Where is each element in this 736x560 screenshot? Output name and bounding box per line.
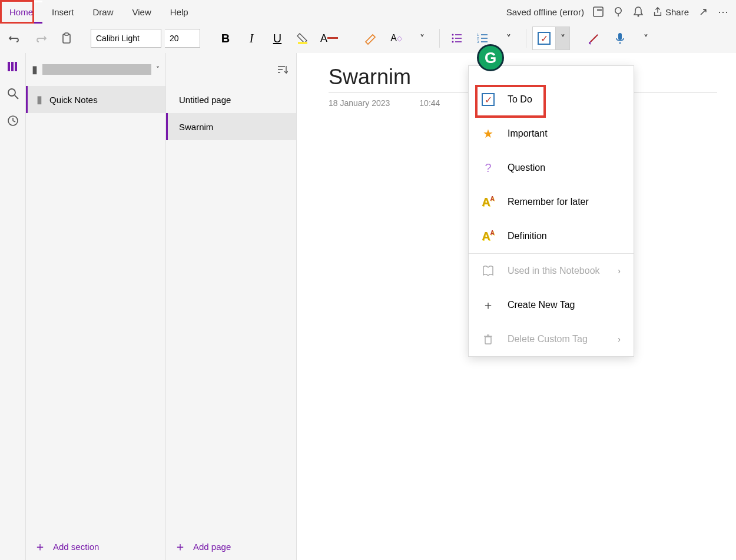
notebook-name xyxy=(42,64,151,75)
svg-point-8 xyxy=(452,34,454,36)
svg-text:3: 3 xyxy=(477,40,479,44)
trash-icon xyxy=(482,333,495,345)
svg-point-2 xyxy=(615,8,621,14)
tab-help[interactable]: Help xyxy=(161,2,198,22)
underline-button[interactable]: U xyxy=(266,27,289,49)
tag-label: To Do xyxy=(508,94,532,105)
add-page-label: Add page xyxy=(193,542,231,552)
tag-item-used: Used in this Notebook › xyxy=(469,254,634,288)
remember-icon: AA xyxy=(482,195,495,209)
tag-item-delete: Delete Custom Tag › xyxy=(469,322,634,356)
svg-point-9 xyxy=(452,38,454,39)
tag-item-create[interactable]: ＋ Create New Tag xyxy=(469,288,634,322)
share-label: Share xyxy=(665,7,689,17)
fullscreen-icon[interactable]: ↗ xyxy=(697,6,709,18)
recent-icon[interactable] xyxy=(6,114,19,127)
section-icon: ▮ xyxy=(37,93,42,106)
svg-point-4 xyxy=(637,15,639,17)
tab-view[interactable]: View xyxy=(123,2,161,22)
chevron-right-icon: › xyxy=(618,334,621,344)
search-icon[interactable] xyxy=(6,87,19,100)
svg-point-10 xyxy=(452,41,454,43)
question-icon: ? xyxy=(482,161,495,175)
svg-rect-1 xyxy=(597,9,602,11)
ribbon: B I U A A◇ ˅ 123 ˅ ✓ ˅ ˅ xyxy=(0,24,736,53)
svg-rect-20 xyxy=(618,33,622,40)
bell-icon[interactable] xyxy=(632,6,644,18)
notebook-icon: ▮ xyxy=(32,63,38,76)
chevron-down-icon: ˅ xyxy=(156,65,160,74)
tag-label: Used in this Notebook xyxy=(508,266,600,276)
svg-rect-32 xyxy=(485,337,491,344)
lightbulb-icon[interactable] xyxy=(612,6,624,18)
font-size-input[interactable] xyxy=(165,29,200,48)
tab-home[interactable]: Home xyxy=(0,1,42,24)
font-color-button[interactable]: A xyxy=(318,27,340,49)
tag-label: Create New Tag xyxy=(508,300,575,310)
tag-item-todo[interactable]: ✓ To Do xyxy=(469,82,634,117)
styles-dropdown[interactable]: ˅ xyxy=(411,27,433,49)
sections-panel: ▮ ˅ ▮ Quick Notes ＋ Add section xyxy=(26,53,166,560)
add-page-button[interactable]: ＋ Add page xyxy=(166,533,296,560)
dictate-button[interactable] xyxy=(609,27,631,49)
redo-button[interactable] xyxy=(29,27,52,49)
clear-format-button[interactable] xyxy=(359,27,382,49)
svg-rect-7 xyxy=(298,42,307,44)
todo-icon: ✓ xyxy=(482,93,495,106)
tag-item-important[interactable]: ★ Important xyxy=(469,117,634,151)
more-icon[interactable]: ⋯ xyxy=(717,6,729,18)
plus-icon: ＋ xyxy=(34,539,46,555)
undo-button[interactable] xyxy=(4,27,26,49)
add-section-label: Add section xyxy=(53,542,99,552)
svg-point-24 xyxy=(8,89,15,96)
tag-todo-icon: ✓ xyxy=(533,27,555,49)
svg-line-25 xyxy=(15,95,18,99)
save-status: Saved offline (error) xyxy=(506,7,584,17)
highlight-button[interactable] xyxy=(292,27,314,49)
separator xyxy=(526,29,526,48)
dictate-dropdown[interactable]: ˅ xyxy=(635,27,657,49)
pages-panel: Untitled page Swarnim ＋ Add page xyxy=(166,53,297,560)
separator xyxy=(439,29,440,48)
grammarly-icon[interactable]: G xyxy=(477,44,504,71)
list-dropdown[interactable]: ˅ xyxy=(498,27,520,49)
tag-item-remember[interactable]: AA Remember for later xyxy=(469,185,634,219)
svg-rect-21 xyxy=(8,62,10,71)
sort-icon[interactable] xyxy=(276,64,288,75)
svg-rect-0 xyxy=(594,7,603,16)
menu-bar: Home Insert Draw View Help Saved offline… xyxy=(0,0,736,24)
tag-item-question[interactable]: ? Question xyxy=(469,151,634,185)
section-quick-notes[interactable]: ▮ Quick Notes xyxy=(26,86,165,113)
feed-icon[interactable] xyxy=(592,6,604,18)
notebook-selector[interactable]: ▮ ˅ xyxy=(26,53,165,86)
tag-label: Important xyxy=(508,128,548,139)
tag-button[interactable]: ✓ ˅ xyxy=(532,26,570,50)
book-icon xyxy=(482,264,495,277)
page-item-swarnim[interactable]: Swarnim xyxy=(166,113,296,140)
pages-header xyxy=(166,53,296,86)
share-icon xyxy=(652,6,663,17)
tags-dropdown: Tags ✓ To Do ★ Important ? Question AA R… xyxy=(468,65,634,357)
share-button[interactable]: Share xyxy=(652,6,689,17)
bold-button[interactable]: B xyxy=(214,27,237,49)
plus-icon: ＋ xyxy=(482,297,495,313)
tag-label: Question xyxy=(508,163,545,173)
definition-icon: AA xyxy=(482,230,495,243)
menu-right: Saved offline (error) Share ↗ ⋯ xyxy=(506,0,736,24)
left-rail xyxy=(0,53,26,560)
tab-draw[interactable]: Draw xyxy=(84,2,123,22)
bullet-list-button[interactable] xyxy=(446,27,468,49)
italic-button[interactable]: I xyxy=(240,27,263,49)
clipboard-button[interactable] xyxy=(55,27,78,49)
svg-rect-22 xyxy=(11,62,14,71)
font-name-input[interactable] xyxy=(91,29,161,48)
tab-insert[interactable]: Insert xyxy=(42,2,84,22)
notebooks-icon[interactable] xyxy=(6,60,19,73)
add-section-button[interactable]: ＋ Add section xyxy=(26,533,165,560)
ink-button[interactable] xyxy=(583,27,605,49)
tag-item-definition[interactable]: AA Definition xyxy=(469,219,634,253)
page-date: 18 January 2023 xyxy=(329,98,390,108)
styles-button[interactable]: A◇ xyxy=(385,27,407,49)
page-item-untitled[interactable]: Untitled page xyxy=(166,86,296,113)
tag-dropdown-button[interactable]: ˅ xyxy=(555,27,569,49)
